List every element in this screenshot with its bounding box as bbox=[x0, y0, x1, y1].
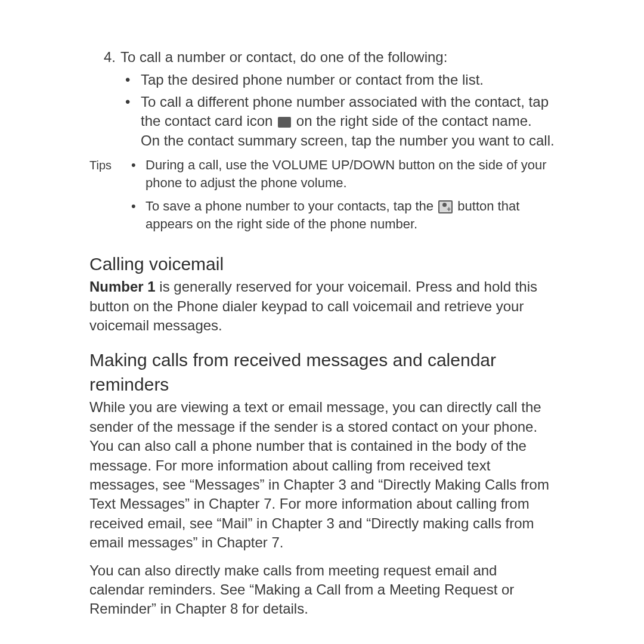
step-4: 4. To call a number or contact, do one o… bbox=[89, 48, 555, 67]
voicemail-bold-lead: Number 1 bbox=[89, 278, 156, 295]
tips-block: Tips During a call, use the VOLUME UP/DO… bbox=[89, 156, 555, 239]
tips-label: Tips bbox=[89, 156, 131, 239]
tips-body: During a call, use the VOLUME UP/DOWN bu… bbox=[131, 156, 555, 239]
messages-p2: You can also directly make calls from me… bbox=[89, 561, 555, 619]
tip-save-contact: To save a phone number to your contacts,… bbox=[131, 197, 555, 233]
heading-voicemail: Calling voicemail bbox=[89, 252, 555, 277]
messages-p1: While you are viewing a text or email me… bbox=[89, 398, 555, 552]
bullet-tap-number: Tap the desired phone number or contact … bbox=[125, 70, 555, 89]
heading-messages: Making calls from received messages and … bbox=[89, 348, 555, 397]
step-number: 4. bbox=[89, 48, 120, 67]
contact-card-icon bbox=[278, 117, 291, 128]
tips-bullets: During a call, use the VOLUME UP/DOWN bu… bbox=[131, 156, 555, 233]
document-page: 4. To call a number or contact, do one o… bbox=[0, 0, 644, 644]
bullet-contact-card: To call a different phone number associa… bbox=[125, 92, 555, 150]
voicemail-body-rest: is generally reserved for your voicemail… bbox=[89, 278, 537, 333]
add-contact-icon bbox=[438, 200, 453, 213]
tip-save-before: To save a phone number to your contacts,… bbox=[145, 199, 437, 213]
step-4-bullets: Tap the desired phone number or contact … bbox=[89, 70, 555, 150]
tip-volume: During a call, use the VOLUME UP/DOWN bu… bbox=[131, 156, 555, 191]
voicemail-body: Number 1 is generally reserved for your … bbox=[89, 277, 555, 335]
step-text: To call a number or contact, do one of t… bbox=[120, 48, 555, 67]
